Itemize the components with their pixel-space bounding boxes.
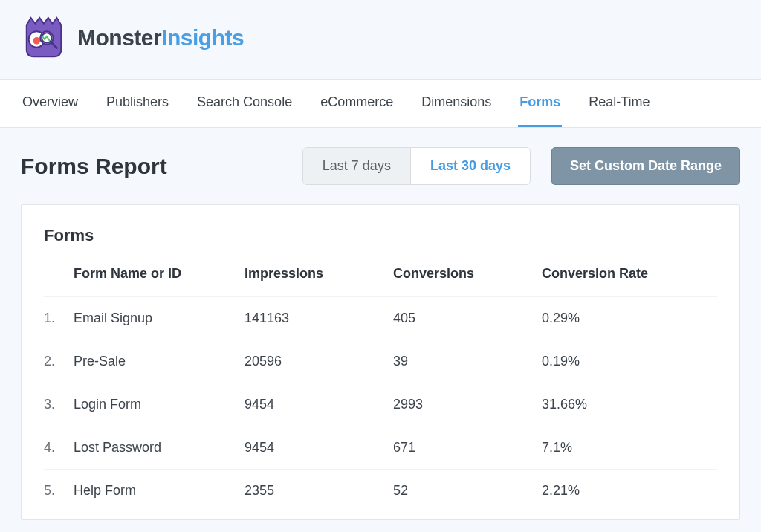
tab-dimensions[interactable]: Dimensions [420,80,493,127]
row-rate: 0.29% [542,311,717,326]
row-name: Lost Password [74,440,245,455]
row-conversions: 52 [393,483,542,499]
row-number: 1. [44,311,74,326]
row-name: Help Form [74,483,245,499]
table-row: 3.Login Form9454299331.66% [44,383,717,426]
brand-text-part2: Insights [161,25,244,50]
row-impressions: 9454 [245,440,393,455]
row-rate: 7.1% [542,440,717,455]
tab-forms[interactable]: Forms [518,80,562,127]
svg-point-1 [33,37,40,45]
monster-icon [21,15,67,61]
row-rate: 0.19% [542,354,717,369]
title-row: Forms Report Last 7 daysLast 30 days Set… [21,147,740,185]
row-name: Login Form [74,397,245,412]
card-title: Forms [44,226,717,245]
row-name: Pre-Sale [74,354,245,369]
set-custom-date-range-button[interactable]: Set Custom Date Range [551,147,740,185]
table-row: 2.Pre-Sale20596390.19% [44,340,717,383]
row-conversions: 2993 [393,397,542,412]
page-title: Forms Report [21,154,167,179]
table-row: 4.Lost Password94546717.1% [44,426,717,469]
nav-tabs: OverviewPublishersSearch ConsoleeCommerc… [0,80,761,128]
table-row: 1.Email Signup1411634050.29% [44,296,717,340]
tab-publishers[interactable]: Publishers [105,80,170,127]
row-conversions: 39 [393,354,542,369]
row-number: 3. [44,397,74,412]
row-number: 2. [44,354,74,369]
row-number: 4. [44,440,74,455]
tab-real-time[interactable]: Real-Time [587,80,651,127]
row-conversions: 671 [393,440,542,455]
forms-card: Forms Form Name or ID Impressions Conver… [21,204,740,520]
row-rate: 2.21% [542,483,717,499]
tab-ecommerce[interactable]: eCommerce [319,80,395,127]
row-name: Email Signup [74,311,245,326]
app-header: MonsterInsights [0,0,761,80]
brand-text: MonsterInsights [77,25,244,51]
row-impressions: 9454 [245,397,393,412]
brand-logo: MonsterInsights [21,15,244,61]
col-header-blank [44,266,74,282]
tab-search-console[interactable]: Search Console [195,80,294,127]
col-header-rate: Conversion Rate [542,266,717,282]
row-number: 5. [44,483,74,499]
table-body: 1.Email Signup1411634050.29%2.Pre-Sale20… [44,296,717,512]
date-range-group: Last 7 daysLast 30 days [302,147,531,185]
row-impressions: 141163 [245,311,393,326]
tab-overview[interactable]: Overview [21,80,80,127]
row-rate: 31.66% [542,397,717,412]
col-header-name: Form Name or ID [74,266,245,282]
table-row: 5.Help Form2355522.21% [44,469,717,512]
range-button-last-30-days[interactable]: Last 30 days [410,148,530,184]
brand-text-part1: Monster [77,25,161,50]
row-impressions: 20596 [245,354,393,369]
col-header-conversions: Conversions [393,266,542,282]
col-header-impressions: Impressions [245,266,393,282]
row-conversions: 405 [393,311,542,326]
row-impressions: 2355 [245,483,393,499]
table-header-row: Form Name or ID Impressions Conversions … [44,266,717,296]
content-area: Forms Report Last 7 daysLast 30 days Set… [0,128,761,520]
range-button-last-7-days[interactable]: Last 7 days [303,148,410,184]
